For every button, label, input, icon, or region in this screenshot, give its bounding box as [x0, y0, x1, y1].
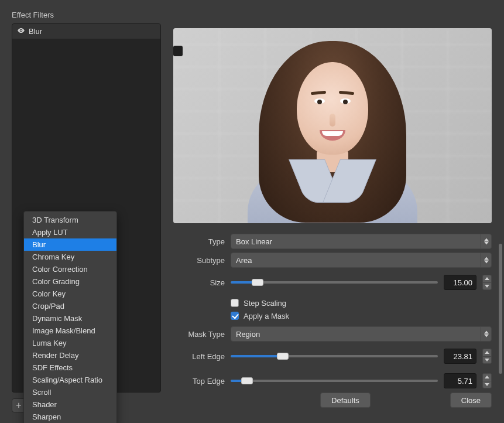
stepper-up-icon[interactable] [482, 349, 492, 356]
panel-title: Effect Filters [12, 11, 54, 19]
step-scaling-label: Step Scaling [244, 299, 286, 308]
left-edge-label: Left Edge [173, 352, 225, 361]
top-edge-slider[interactable] [231, 373, 438, 388]
size-value[interactable]: 15.00 [444, 275, 476, 290]
menu-item-3d-transform[interactable]: 3D Transform [24, 214, 116, 226]
stepper-down-icon[interactable] [482, 282, 492, 291]
top-edge-row: Top Edge 5.71 [173, 371, 492, 390]
menu-item-scaling-aspect-ratio[interactable]: Scaling/Aspect Ratio [24, 374, 116, 386]
type-dropdown[interactable]: Box Linear [231, 234, 492, 249]
menu-item-apply-lut[interactable]: Apply LUT [24, 226, 116, 238]
preview-dark-corner [173, 46, 183, 56]
preview-person-placeholder [233, 28, 432, 223]
stepper-up-icon[interactable] [482, 373, 492, 381]
menu-item-dynamic-mask[interactable]: Dynamic Mask [24, 312, 116, 325]
dialog-footer: Defaults Close [173, 391, 492, 409]
top-edge-value[interactable]: 5.71 [444, 373, 476, 388]
menu-item-color-correction[interactable]: Color Correction [24, 263, 116, 275]
stepper-down-icon[interactable] [482, 381, 492, 389]
mask-type-label: Mask Type [173, 330, 225, 339]
menu-item-shader[interactable]: Shader [24, 398, 116, 411]
visibility-icon[interactable] [17, 26, 25, 36]
step-scaling-checkbox[interactable] [231, 299, 239, 307]
menu-item-crop-pad[interactable]: Crop/Pad [24, 300, 116, 312]
menu-item-scroll[interactable]: Scroll [24, 386, 116, 398]
mask-type-row: Mask Type Region [173, 325, 492, 343]
size-label: Size [173, 278, 225, 287]
apply-mask-row: Apply a Mask [173, 309, 492, 322]
stepper-up-icon[interactable] [482, 275, 492, 282]
menu-item-render-delay[interactable]: Render Delay [24, 349, 116, 361]
menu-item-image-mask-blend[interactable]: Image Mask/Blend [24, 325, 116, 337]
left-edge-row: Left Edge 23.81 [173, 347, 492, 366]
type-label: Type [173, 237, 225, 246]
left-edge-stepper[interactable] [482, 349, 492, 364]
plus-icon: + [16, 401, 21, 410]
subtype-row: Subtype Area [173, 251, 492, 270]
apply-mask-checkbox[interactable] [231, 312, 239, 320]
filter-preview [173, 28, 492, 223]
menu-item-color-key[interactable]: Color Key [24, 288, 116, 300]
menu-item-luma-key[interactable]: Luma Key [24, 337, 116, 349]
dropdown-stepper-icon [481, 327, 491, 341]
subtype-dropdown[interactable]: Area [231, 253, 492, 268]
settings-scrollbar[interactable] [499, 244, 502, 374]
left-edge-value[interactable]: 23.81 [444, 349, 476, 364]
stepper-down-icon[interactable] [482, 356, 492, 364]
menu-item-sharpen[interactable]: Sharpen [24, 411, 116, 423]
mask-type-dropdown-value: Region [236, 330, 260, 339]
menu-item-blur[interactable]: Blur [24, 238, 116, 251]
filter-settings: Type Box Linear Subtype Area Size 15.00 [173, 232, 492, 390]
filter-list-item-label: Blur [29, 27, 42, 36]
dropdown-stepper-icon [481, 253, 491, 267]
top-edge-stepper[interactable] [482, 373, 492, 388]
close-button[interactable]: Close [450, 393, 492, 408]
defaults-button[interactable]: Defaults [320, 393, 371, 408]
step-scaling-row: Step Scaling [173, 296, 492, 309]
size-row: Size 15.00 [173, 273, 492, 292]
mask-type-dropdown[interactable]: Region [231, 326, 492, 342]
subtype-dropdown-value: Area [236, 256, 252, 265]
top-edge-label: Top Edge [173, 377, 225, 386]
left-edge-slider[interactable] [231, 349, 438, 364]
add-filter-menu[interactable]: 3D Transform Apply LUT Blur Chroma Key C… [23, 211, 117, 423]
menu-item-color-grading[interactable]: Color Grading [24, 275, 116, 288]
dropdown-stepper-icon [481, 234, 491, 248]
type-dropdown-value: Box Linear [236, 237, 272, 246]
apply-mask-label: Apply a Mask [244, 312, 289, 320]
type-row: Type Box Linear [173, 232, 492, 251]
size-slider[interactable] [231, 275, 438, 290]
filter-list-item[interactable]: Blur [12, 24, 160, 39]
menu-item-sdf-effects[interactable]: SDF Effects [24, 361, 116, 374]
subtype-label: Subtype [173, 256, 225, 265]
size-stepper[interactable] [482, 275, 492, 290]
menu-item-chroma-key[interactable]: Chroma Key [24, 251, 116, 263]
